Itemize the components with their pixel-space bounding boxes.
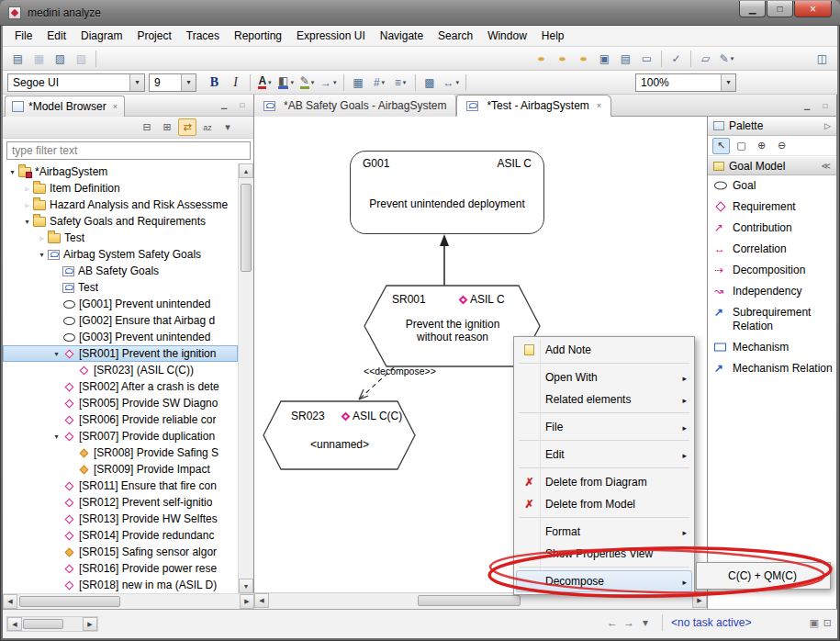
progress-view-icon[interactable]: ⊡: [823, 617, 832, 629]
scrollbar-thumb[interactable]: [19, 596, 120, 607]
context-menu-edit[interactable]: Edit: [516, 444, 692, 466]
context-menu-file[interactable]: File: [516, 416, 692, 438]
trim-scrollbar[interactable]: ◀ ▶: [6, 616, 98, 632]
tree-horizontal-scrollbar[interactable]: ◀ ▶: [3, 593, 254, 609]
back-icon[interactable]: ←: [604, 614, 621, 631]
align-icon[interactable]: ≡▾: [391, 73, 410, 92]
maximize-button[interactable]: □: [767, 1, 793, 17]
open-folder-icon[interactable]: ▱: [696, 49, 715, 68]
auto-layout-icon[interactable]: ↔▾: [442, 73, 462, 92]
chevron-down-icon[interactable]: [181, 74, 196, 91]
tree-item-sr002-after-a-crash-is-d[interactable]: [SR002] After a crash is dete: [3, 378, 238, 395]
titlebar[interactable]: medini analyze ▁ □ ×: [0, 0, 840, 26]
tree-collapsed-arrow-icon[interactable]: ▹: [21, 185, 33, 193]
tree-item-item-definition[interactable]: ▹Item Definition: [3, 180, 238, 197]
collapse-palette-icon[interactable]: ▷: [824, 121, 831, 130]
scroll-left-icon[interactable]: ◀: [3, 594, 17, 609]
palette-item-subrequirement-relation[interactable]: ↗Subrequirement Relation: [708, 302, 836, 337]
tree-expanded-arrow-icon[interactable]: ▾: [21, 218, 33, 226]
active-task-status[interactable]: <no task active>: [671, 616, 751, 629]
tree-item-sr018-new-in-ma-asil-d[interactable]: [SR018] new in ma (ASIL D): [3, 577, 238, 593]
tree-item-sr007-provide-duplicatio[interactable]: ▾[SR007] Provide duplication: [3, 428, 238, 444]
scroll-left-icon[interactable]: ◀: [7, 617, 22, 631]
context-menu-related-elements[interactable]: Related elements: [516, 388, 692, 410]
tree-item-g001-prevent-unintended[interactable]: [G001] Prevent unintended: [3, 296, 238, 312]
tree-item-airbagsystem[interactable]: ▾*AirbagSystem: [3, 163, 238, 180]
tree-item-sr014-provide-redundanc[interactable]: [SR014] Provide redundanc: [3, 527, 238, 544]
tree-item-sr023-asil-c-c[interactable]: [SR023] (ASIL C(C)): [3, 362, 238, 378]
context-menu-open-with[interactable]: Open With: [516, 366, 692, 388]
context-menu-show-properties-view[interactable]: Show Properties View: [516, 543, 692, 565]
scroll-down-icon[interactable]: ▼: [239, 579, 253, 593]
scroll-up-icon[interactable]: ▲: [239, 163, 253, 178]
context-menu-delete-from-model[interactable]: ✗Delete from Model: [516, 493, 692, 515]
zoom-combo[interactable]: 100%: [635, 73, 736, 92]
arrow-style-icon[interactable]: →▾: [319, 73, 339, 92]
grid-icon[interactable]: ▦: [349, 73, 368, 92]
tree-expanded-arrow-icon[interactable]: ▾: [6, 168, 18, 176]
tree-filter-input[interactable]: [6, 141, 251, 160]
tree-item-test[interactable]: ▹Test: [3, 230, 238, 246]
tree-vertical-scrollbar[interactable]: ▲ ▼: [238, 163, 253, 593]
palette-item-decomposition[interactable]: ⇢Decomposition: [708, 260, 836, 281]
checklist-icon[interactable]: ✓: [666, 49, 686, 68]
editor-tab-ab-safety-goals-airbagsystem[interactable]: *AB Safety Goals - AirbagSystem: [254, 95, 456, 117]
forward-icon[interactable]: →: [621, 614, 637, 631]
expand-all-icon[interactable]: ⊞: [158, 118, 176, 136]
palette-item-independency[interactable]: ↝Independency: [708, 281, 836, 302]
view-menu-icon[interactable]: ▾: [218, 118, 237, 136]
tree-item-airbag-system-safety-goals[interactable]: ▾Airbag System Safety Goals: [3, 246, 238, 263]
collapse-all-icon[interactable]: ⊟: [138, 118, 156, 136]
menu-traces[interactable]: Traces: [179, 27, 227, 45]
palette-item-goal[interactable]: Goal: [708, 175, 836, 197]
menu-file[interactable]: File: [7, 27, 39, 45]
tree-item-g002-ensure-that-airbag[interactable]: [G002] Ensure that Airbag d: [3, 312, 238, 329]
tree-item-sr011-ensure-that-fire-c[interactable]: [SR011] Ensure that fire con: [3, 478, 238, 494]
scrollbar-thumb[interactable]: [418, 595, 521, 606]
palette-item-mechanism[interactable]: Mechanism: [708, 337, 836, 358]
tree-item-sr016-provide-power-rese[interactable]: [SR016] Provide power rese: [3, 560, 238, 577]
minimize-editor-button[interactable]: ▁: [800, 99, 814, 113]
tree-item-sr008-provide-safing-s[interactable]: [SR008] Provide Safing S: [3, 444, 238, 461]
tree-collapsed-arrow-icon[interactable]: ▹: [21, 201, 33, 209]
menu-navigate[interactable]: Navigate: [373, 27, 431, 45]
context-menu-format[interactable]: Format: [516, 521, 692, 543]
tree-expanded-arrow-icon[interactable]: ▾: [36, 251, 48, 259]
tree-item-test[interactable]: Test: [3, 279, 238, 296]
print-icon[interactable]: ▨: [50, 49, 70, 68]
scroll-right-icon[interactable]: ▶: [692, 593, 707, 608]
close-button[interactable]: ×: [794, 1, 832, 17]
close-tab-icon[interactable]: ×: [597, 101, 601, 110]
minimize-button[interactable]: ▁: [739, 1, 766, 17]
scrollbar-thumb[interactable]: [23, 619, 63, 629]
sort-alphabetically-icon[interactable]: az: [198, 118, 217, 136]
menu-reporting[interactable]: Reporting: [227, 27, 289, 45]
select-tool[interactable]: ↖: [712, 138, 730, 154]
maximize-view-button[interactable]: □: [235, 98, 250, 112]
comment-icon[interactable]: ●: [532, 49, 551, 68]
palette-drawer-goal-model[interactable]: Goal Model ≪: [708, 156, 836, 175]
fill-color-icon[interactable]: ◧▾: [276, 73, 296, 92]
context-menu-add-note[interactable]: Add Note: [516, 339, 692, 361]
drawer-pin-icon[interactable]: ≪: [822, 161, 831, 171]
menu-search[interactable]: Search: [431, 27, 480, 45]
scroll-right-icon[interactable]: ▶: [240, 594, 254, 609]
tree-item-safety-goals-and-requireme[interactable]: ▾Safety Goals and Requirements: [3, 213, 238, 230]
tree-item-sr009-provide-impact[interactable]: [SR009] Provide Impact: [3, 461, 238, 478]
editor-tab-test-airbagsystem[interactable]: *Test - AirbagSystem×: [456, 95, 611, 117]
palette-item-requirement[interactable]: Requirement: [708, 197, 836, 218]
snap-to-grid-icon[interactable]: #▾: [370, 73, 389, 92]
scrollbar-thumb[interactable]: [241, 184, 252, 272]
tree-item-sr012-prevent-self-ignit[interactable]: [SR012] Prevent self-ignitio: [3, 494, 238, 511]
tree-item-sr013-provide-hw-selftes[interactable]: [SR013] Provide HW Selftes: [3, 511, 238, 527]
font-size-combo[interactable]: 9: [149, 73, 196, 92]
palette-header[interactable]: Palette ▷: [708, 117, 836, 136]
chevron-down-icon[interactable]: [129, 74, 144, 91]
context-menu-delete-from-diagram[interactable]: ✗Delete from Diagram: [516, 471, 692, 493]
tree-item-sr015-safing-sensor-algo[interactable]: [SR015] Safing sensor algor: [3, 544, 238, 560]
open-perspective-icon[interactable]: ◫: [812, 49, 832, 68]
paste-icon[interactable]: ▤: [616, 49, 635, 68]
font-family-combo[interactable]: Segoe UI: [7, 73, 145, 92]
tab-model-browser[interactable]: *Model Browser ×: [5, 96, 125, 117]
line-color-icon[interactable]: ✎▾: [297, 73, 317, 92]
